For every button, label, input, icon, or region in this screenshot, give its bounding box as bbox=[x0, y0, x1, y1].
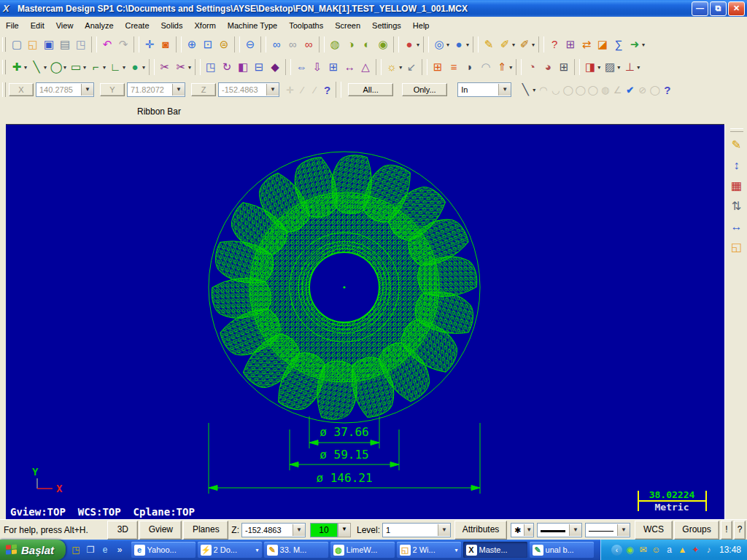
line-style-dropdown[interactable]: ▼ bbox=[569, 524, 581, 536]
level-combo[interactable]: 1 ▼ bbox=[382, 523, 451, 537]
axes-arrows-button[interactable]: ⇅ bbox=[728, 197, 746, 216]
xform-project-button[interactable]: ⇩ bbox=[310, 58, 325, 76]
create-spline-caret[interactable]: ▾ bbox=[123, 64, 125, 71]
gview-top-button[interactable]: ◉ bbox=[376, 36, 390, 53]
task-windows[interactable]: ◱2 Wi...▾ bbox=[397, 542, 461, 558]
drill-toolpath-button[interactable]: ⊥▾ bbox=[622, 58, 640, 76]
ql-desktop[interactable]: ❐ bbox=[85, 544, 96, 556]
grid-settings-button[interactable]: ⊞ bbox=[430, 58, 445, 76]
ribbon-grip[interactable] bbox=[2, 82, 6, 97]
create-rectangle-button[interactable]: ▭▾ bbox=[69, 58, 87, 76]
entity-color-dropdown[interactable]: ▼ bbox=[338, 523, 351, 537]
regenerate-button[interactable]: ∞ bbox=[285, 36, 300, 53]
repaint-button[interactable]: ∞ bbox=[269, 36, 284, 53]
tray-volume[interactable]: ♪ bbox=[703, 545, 714, 556]
level-manager-button[interactable]: ≡ bbox=[446, 58, 461, 76]
zoom-out-button[interactable]: ⊖ bbox=[243, 36, 258, 53]
entity-color-chip[interactable]: 10 bbox=[310, 523, 338, 537]
attributes-button[interactable]: Attributes bbox=[454, 521, 507, 540]
create-line-button[interactable]: ╲▾ bbox=[29, 58, 47, 76]
select-only-button[interactable]: Only... bbox=[402, 83, 447, 96]
xform-offset-button[interactable]: ⊟ bbox=[252, 58, 266, 76]
create-point-caret[interactable]: ▾ bbox=[24, 64, 27, 71]
chain-select-caret[interactable]: ▾ bbox=[533, 87, 535, 93]
selection-filter-value[interactable]: In bbox=[458, 85, 498, 94]
xform-dynamic-button[interactable]: ◆ bbox=[268, 58, 282, 76]
select-validate-icon[interactable]: ✔ bbox=[624, 85, 636, 96]
horizontal-extents-button[interactable]: ↔ bbox=[728, 217, 746, 236]
menu-file[interactable]: File bbox=[0, 19, 25, 32]
create-primitive-caret[interactable]: ▾ bbox=[142, 64, 145, 71]
wireframe-view-button[interactable]: ◎▾ bbox=[432, 36, 450, 53]
trim-multi-caret[interactable]: ▾ bbox=[188, 64, 191, 71]
3d-mode-button[interactable]: 3D bbox=[107, 521, 138, 540]
toolbar-grip[interactable] bbox=[2, 37, 6, 52]
mirror-image-button[interactable]: ◗ bbox=[462, 58, 477, 76]
groups-button[interactable]: Groups bbox=[674, 521, 719, 540]
select-all-button[interactable]: All... bbox=[348, 83, 393, 96]
level-value[interactable]: 1 bbox=[383, 526, 438, 534]
ql-messenger[interactable]: ◳ bbox=[70, 544, 82, 556]
menu-view[interactable]: View bbox=[50, 19, 80, 32]
task-mastercam[interactable]: XMaste... bbox=[463, 542, 527, 558]
create-line-caret[interactable]: ▾ bbox=[44, 64, 47, 71]
open-file-rail-button[interactable]: ◱ bbox=[728, 238, 746, 257]
x-coord-button[interactable]: X bbox=[9, 83, 34, 96]
xform-translate-button[interactable]: ◳ bbox=[204, 58, 218, 76]
xform-fit-button[interactable]: ⇔ bbox=[294, 58, 309, 76]
surface-sweep-button[interactable]: ◠ bbox=[479, 58, 493, 76]
gview-isometric-button[interactable]: ◍ bbox=[328, 36, 342, 53]
menu-edit[interactable]: Edit bbox=[25, 19, 50, 32]
start-button[interactable]: Başlat bbox=[0, 540, 66, 560]
zoom-in-out-button[interactable]: ⊜ bbox=[217, 36, 231, 53]
analyze-entity-button[interactable]: ? bbox=[547, 36, 562, 53]
shaded-view-button[interactable]: ●▾ bbox=[452, 36, 470, 53]
minimize-button[interactable]: — bbox=[692, 1, 708, 16]
solids-boolean-button[interactable]: ▨▾ bbox=[603, 58, 621, 76]
line-width-combo[interactable]: ▼ bbox=[585, 523, 630, 537]
x-coord-dropdown[interactable]: ▼ bbox=[81, 84, 93, 96]
task-33m[interactable]: ✎33. M... bbox=[264, 542, 328, 558]
planes-button[interactable]: Planes bbox=[183, 521, 228, 540]
save-file-button[interactable]: ▣ bbox=[42, 36, 56, 53]
exit-function-caret[interactable]: ▾ bbox=[642, 42, 645, 48]
analyze-statistics-button[interactable]: ∑ bbox=[611, 36, 626, 53]
menu-help[interactable]: Help bbox=[407, 19, 436, 32]
create-primitive-button[interactable]: ●▾ bbox=[128, 58, 146, 76]
z-depth-combo[interactable]: -152.4863 ▼ bbox=[241, 523, 306, 537]
open-file-button[interactable]: ◱ bbox=[26, 36, 40, 53]
tray-smiley[interactable]: ☺ bbox=[651, 545, 662, 556]
z-coord-button[interactable]: Z bbox=[191, 83, 216, 96]
attribute-blocks-button[interactable]: ▦ bbox=[728, 176, 746, 195]
ql-internet-explorer[interactable]: e bbox=[99, 544, 111, 556]
analyze-blocks-button[interactable]: ⊞ bbox=[563, 36, 578, 53]
screen-combine-button[interactable]: ↙ bbox=[404, 58, 419, 76]
y-coord-combo[interactable]: 71.82072 ▼ bbox=[127, 82, 185, 97]
restore-button[interactable]: ⧉ bbox=[710, 1, 727, 16]
level-dropdown[interactable]: ▼ bbox=[438, 524, 450, 536]
task-windows-caret[interactable]: ▾ bbox=[455, 547, 458, 553]
y-coord-dropdown[interactable]: ▼ bbox=[172, 84, 185, 96]
autocursor-help-icon[interactable]: ? bbox=[324, 84, 330, 96]
zoom-target-button[interactable]: ⊡ bbox=[201, 36, 215, 53]
tray-green-app[interactable]: ◉ bbox=[624, 545, 635, 556]
print-button[interactable]: ▤ bbox=[58, 36, 72, 53]
surface-finish-button[interactable]: ◕ bbox=[541, 58, 555, 76]
shading-settings-caret[interactable]: ▾ bbox=[417, 42, 419, 48]
alert-button[interactable]: ! bbox=[721, 521, 732, 540]
menu-solids[interactable]: Solids bbox=[155, 19, 189, 32]
pencil-edit-button[interactable]: ✎ bbox=[728, 136, 746, 155]
menu-create[interactable]: Create bbox=[120, 19, 155, 32]
gview-side-button[interactable]: ◐ bbox=[360, 36, 374, 53]
z-depth-dropdown[interactable]: ▼ bbox=[293, 524, 305, 536]
y-coord-value[interactable]: 71.82072 bbox=[128, 85, 172, 94]
line-width-dropdown[interactable]: ▼ bbox=[617, 524, 630, 536]
redo-button[interactable]: ↷ bbox=[116, 36, 131, 53]
shaded-view-caret[interactable]: ▾ bbox=[466, 42, 469, 48]
solids-manager-caret[interactable]: ▾ bbox=[597, 64, 600, 71]
chain-select-button[interactable]: ╲ ▾ bbox=[518, 81, 536, 98]
blank-entity-button[interactable]: ∞ bbox=[301, 36, 316, 53]
light-settings-caret[interactable]: ▾ bbox=[399, 64, 402, 71]
analyze-distance-button[interactable]: ⇄ bbox=[579, 36, 594, 53]
analyze-dynamic-button[interactable]: ◪ bbox=[595, 36, 610, 53]
